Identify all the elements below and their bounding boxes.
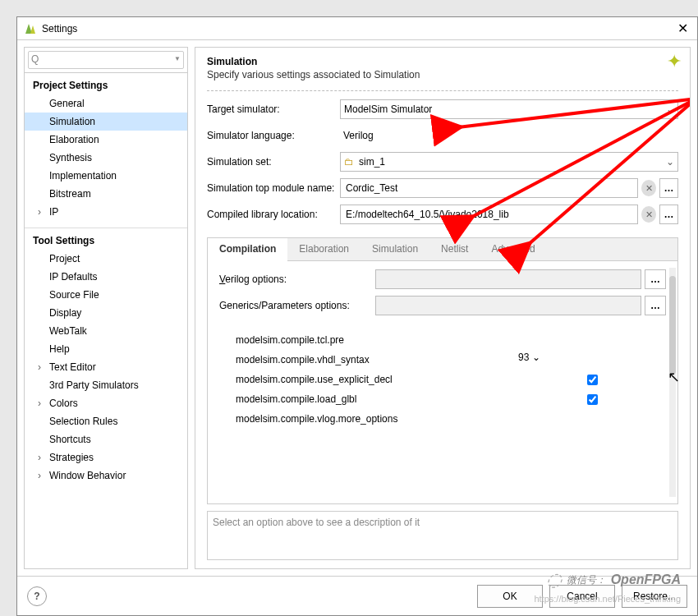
- browse-top-module-button[interactable]: …: [659, 178, 678, 198]
- row-target-simulator: Target simulator: ModelSim Simulator ⌄: [207, 99, 678, 119]
- tree-item-implementation[interactable]: Implementation: [25, 167, 187, 185]
- tree-item-window-behavior[interactable]: Window Behavior: [25, 467, 187, 485]
- simulation-set-select[interactable]: 🗀 sim_1 ⌄: [340, 152, 678, 172]
- tree-item-strategies[interactable]: Strategies: [25, 448, 187, 467]
- titlebar: Settings ✕: [17, 17, 697, 40]
- dialog-body: Q ▼ Project Settings General Simulation …: [17, 40, 697, 576]
- tree-item-selection-rules[interactable]: Selection Rules: [25, 412, 187, 430]
- scrollbar[interactable]: [669, 268, 676, 497]
- tree-item-colors[interactable]: Colors: [25, 394, 187, 412]
- prop-load-glbl[interactable]: modelsim.compile.load_glbl: [219, 389, 666, 409]
- content-panel: ✦ Simulation Specify various settings as…: [195, 47, 691, 569]
- window-title: Settings: [42, 23, 674, 34]
- vivado-logo-icon: ✦: [667, 51, 682, 72]
- generics-options-browse[interactable]: …: [645, 296, 666, 315]
- tree-item-ip-defaults[interactable]: IP Defaults: [25, 268, 187, 286]
- tabs: Compilation Elaboration Simulation Netli…: [208, 238, 677, 261]
- row-lib-location: Compiled library location: ✕ …: [207, 205, 678, 224]
- watermark-url: https://blog.csdn.net/Pieces_thinking: [534, 594, 681, 604]
- tab-elaboration[interactable]: Elaboration: [287, 238, 360, 260]
- verilog-options-browse[interactable]: …: [645, 269, 666, 289]
- target-simulator-label: Target simulator:: [207, 103, 340, 115]
- tree-item-shortcuts[interactable]: Shortcuts: [25, 430, 187, 448]
- tab-compilation[interactable]: Compilation: [208, 238, 287, 261]
- tree-item-display[interactable]: Display: [25, 304, 187, 322]
- tree-item-elaboration[interactable]: Elaboration: [25, 131, 187, 149]
- clear-lib-location-button[interactable]: ✕: [641, 206, 656, 223]
- tab-simulation[interactable]: Simulation: [360, 238, 429, 260]
- settings-window: Settings ✕ Q ▼ Project Settings General …: [16, 16, 698, 616]
- chevron-down-icon: ⌄: [532, 352, 540, 363]
- simulator-language-value: Verilog: [340, 126, 678, 145]
- tab-netlist[interactable]: Netlist: [429, 238, 480, 260]
- tab-content: Verilog options: … Generics/Parameters o…: [208, 261, 677, 503]
- browse-lib-location-button[interactable]: …: [659, 205, 678, 224]
- scroll-thumb[interactable]: [669, 276, 676, 375]
- generics-options-label: Generics/Parameters options:: [219, 300, 375, 311]
- tab-advanced[interactable]: Advanced: [480, 238, 546, 260]
- prop-vlog-more-options[interactable]: modelsim.compile.vlog.more_options: [219, 409, 666, 429]
- wechat-icon: ◌: [546, 569, 562, 591]
- load-glbl-checkbox[interactable]: [587, 394, 598, 405]
- verilog-options-row: Verilog options: …: [219, 269, 666, 289]
- tree-item-help[interactable]: Help: [25, 340, 187, 358]
- tree-item-project[interactable]: Project: [25, 250, 187, 268]
- generics-options-row: Generics/Parameters options: …: [219, 296, 666, 315]
- tree-item-bitstream[interactable]: Bitstream: [25, 185, 187, 203]
- search-dropdown-icon[interactable]: ▼: [174, 55, 181, 62]
- prop-vhdl-syntax[interactable]: modelsim.compile.vhdl_syntax 93 ⌄: [219, 350, 666, 370]
- top-module-input[interactable]: [340, 178, 638, 198]
- top-module-label: Simulation top module name:: [207, 182, 340, 194]
- tree-item-text-editor[interactable]: Text Editor: [25, 358, 187, 376]
- tree-item-ip[interactable]: IP: [25, 203, 187, 221]
- search-icon: Q: [31, 53, 39, 65]
- tree-item-general[interactable]: General: [25, 94, 187, 113]
- row-simulator-language: Simulator language: Verilog: [207, 126, 678, 145]
- sidebar: Q ▼ Project Settings General Simulation …: [24, 47, 188, 569]
- simulator-language-label: Simulator language:: [207, 130, 340, 141]
- help-button[interactable]: ?: [27, 586, 47, 606]
- verilog-options-label: Verilog options:: [219, 274, 375, 285]
- vhdl-syntax-select[interactable]: 93 ⌄: [518, 352, 540, 368]
- prop-tcl-pre[interactable]: modelsim.compile.tcl.pre: [219, 330, 666, 350]
- clear-top-module-button[interactable]: ✕: [641, 180, 656, 196]
- app-logo-icon: [24, 22, 37, 35]
- tabs-area: Compilation Elaboration Simulation Netli…: [207, 237, 678, 504]
- target-simulator-select[interactable]: ModelSim Simulator ⌄: [340, 99, 678, 119]
- lib-location-input[interactable]: [340, 205, 638, 224]
- folder-icon: 🗀: [344, 156, 357, 168]
- search-box: Q ▼: [25, 48, 187, 73]
- ok-button[interactable]: OK: [477, 585, 543, 608]
- tree-item-simulation[interactable]: Simulation: [25, 113, 187, 131]
- tree-item-synthesis[interactable]: Synthesis: [25, 149, 187, 167]
- verilog-options-input[interactable]: [375, 269, 641, 289]
- simulation-set-label: Simulation set:: [207, 156, 340, 168]
- page-subheading: Specify various settings associated to S…: [207, 69, 678, 80]
- search-input[interactable]: [28, 51, 184, 69]
- lib-location-label: Compiled library location:: [207, 209, 340, 220]
- close-button[interactable]: ✕: [674, 21, 691, 36]
- description-box: Select an option above to see a descript…: [207, 511, 678, 560]
- page-heading: Simulation: [207, 56, 678, 67]
- chevron-down-icon: ⌄: [666, 156, 674, 168]
- settings-tree: Project Settings General Simulation Elab…: [25, 73, 187, 568]
- row-top-module: Simulation top module name: ✕ …: [207, 178, 678, 198]
- chevron-down-icon: ⌄: [666, 103, 674, 115]
- divider: [207, 90, 678, 91]
- group-project-settings: Project Settings: [25, 76, 187, 94]
- tree-item-3rd-party[interactable]: 3rd Party Simulators: [25, 376, 187, 394]
- prop-use-explicit-decl[interactable]: modelsim.compile.use_explicit_decl: [219, 370, 666, 389]
- tree-item-source-file[interactable]: Source File: [25, 286, 187, 304]
- group-tool-settings: Tool Settings: [25, 228, 187, 250]
- watermark: ◌ 微信号： OpenFPGA: [546, 569, 681, 591]
- tree-item-webtalk[interactable]: WebTalk: [25, 322, 187, 340]
- explicit-decl-checkbox[interactable]: [587, 375, 598, 385]
- generics-options-input[interactable]: [375, 296, 641, 315]
- row-simulation-set: Simulation set: 🗀 sim_1 ⌄: [207, 152, 678, 172]
